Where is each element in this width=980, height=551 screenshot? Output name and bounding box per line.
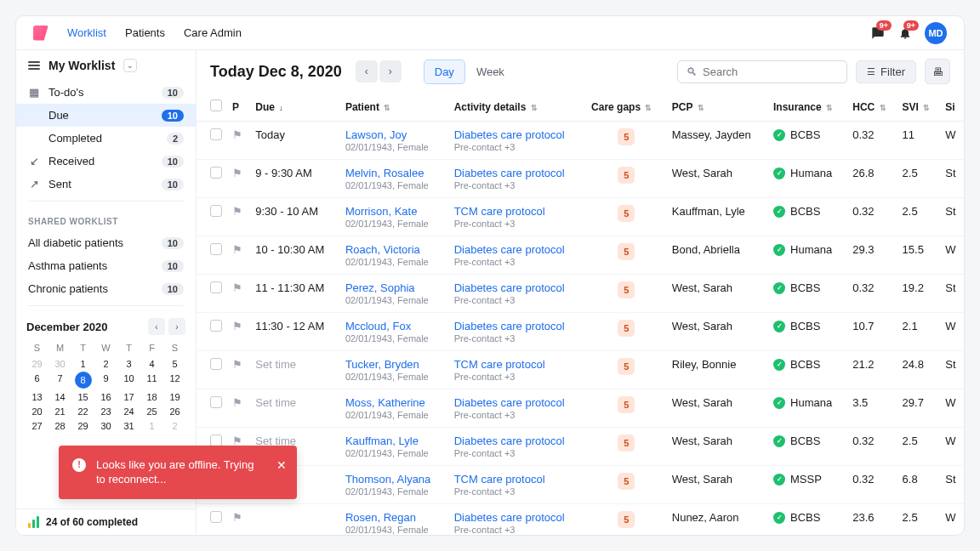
sidebar-item-received[interactable]: ↙Received10 — [16, 150, 196, 173]
calendar-day[interactable]: 23 — [100, 404, 111, 419]
column-header[interactable]: SVI ⇅ — [897, 93, 941, 122]
table-row[interactable]: ⚑ 9 - 9:30 AM Melvin, Rosalee02/01/1943,… — [197, 160, 964, 198]
row-checkbox[interactable] — [210, 320, 222, 332]
flag-icon[interactable]: ⚑ — [232, 205, 242, 218]
calendar-day[interactable]: 10 — [123, 371, 134, 386]
row-checkbox[interactable] — [210, 396, 222, 408]
table-row[interactable]: ⚑ 11 - 11:30 AM Perez, Sophia02/01/1943,… — [197, 275, 964, 313]
activity-link[interactable]: Diabetes care protocol — [454, 511, 581, 524]
nav-item-care-admin[interactable]: Care Admin — [184, 26, 242, 39]
row-checkbox[interactable] — [210, 128, 222, 140]
calendar-day[interactable]: 28 — [54, 418, 65, 434]
column-header[interactable]: Patient ⇅ — [340, 93, 449, 122]
calendar-day[interactable]: 27 — [31, 418, 42, 434]
calendar-day[interactable]: 7 — [57, 371, 62, 386]
sidebar-item-sent[interactable]: ↗Sent10 — [16, 173, 196, 196]
patient-link[interactable]: Thomson, Alyana — [345, 473, 444, 486]
flag-icon[interactable]: ⚑ — [232, 320, 242, 332]
patient-link[interactable]: Perez, Sophia — [345, 281, 444, 294]
flag-icon[interactable]: ⚑ — [232, 511, 242, 524]
column-header[interactable] — [197, 93, 227, 122]
calendar-day[interactable]: 2 — [103, 356, 108, 372]
patient-link[interactable]: Tucker, Bryden — [345, 358, 444, 371]
menu-icon[interactable] — [28, 61, 40, 70]
row-checkbox[interactable] — [210, 435, 222, 446]
table-row[interactable]: ⚑ Thomson, Alyana02/01/1943, Female TCM … — [197, 466, 964, 504]
activity-link[interactable]: Diabetes care protocol — [454, 128, 581, 141]
close-icon[interactable]: ✕ — [276, 457, 287, 474]
calendar-day[interactable]: 17 — [123, 389, 134, 405]
calendar-day[interactable]: 3 — [126, 356, 131, 372]
activity-link[interactable]: TCM care protocol — [454, 205, 581, 218]
calendar-day[interactable]: 9 — [103, 371, 108, 386]
table-row[interactable]: ⚑ 11:30 - 12 AM Mccloud, Fox02/01/1943, … — [197, 313, 964, 351]
calendar-day[interactable]: 30 — [100, 418, 111, 434]
sidebar-shared-item[interactable]: All diabetic patients10 — [16, 231, 196, 254]
activity-link[interactable]: Diabetes care protocol — [454, 320, 581, 332]
calendar-day[interactable]: 1 — [149, 418, 154, 434]
patient-link[interactable]: Rosen, Regan — [345, 511, 444, 524]
table-row[interactable]: ⚑ Today Lawson, Joy02/01/1943, Female Di… — [197, 122, 964, 160]
column-header[interactable]: P — [227, 93, 250, 122]
calendar-day[interactable]: 29 — [31, 356, 42, 372]
patient-link[interactable]: Kauffman, Lyle — [345, 435, 444, 447]
calendar-day[interactable]: 5 — [172, 356, 177, 372]
row-checkbox[interactable] — [210, 358, 222, 370]
row-checkbox[interactable] — [210, 281, 222, 293]
calendar-day[interactable]: 15 — [77, 389, 88, 405]
search-field[interactable] — [703, 65, 846, 78]
activity-link[interactable]: Diabetes care protocol — [454, 396, 581, 409]
flag-icon[interactable]: ⚑ — [232, 243, 242, 256]
chat-icon[interactable]: 9+ — [870, 26, 886, 41]
calendar-day[interactable]: 21 — [54, 404, 65, 419]
sidebar-item-to-do-s[interactable]: ▦To-do's10 — [16, 81, 196, 104]
date-next-button[interactable]: › — [379, 60, 402, 82]
print-button[interactable]: 🖶 — [925, 59, 950, 84]
avatar[interactable]: MD — [925, 22, 947, 44]
calendar-day[interactable]: 4 — [149, 356, 154, 372]
calendar-day[interactable]: 11 — [146, 371, 157, 386]
column-header[interactable]: Activity details ⇅ — [449, 93, 586, 122]
table-row[interactable]: ⚑ Set time Kauffman, Lyle02/01/1943, Fem… — [197, 428, 964, 466]
calendar-day[interactable]: 25 — [146, 404, 157, 419]
calendar-day[interactable]: 24 — [123, 404, 134, 419]
column-header[interactable]: Si — [940, 93, 964, 122]
nav-item-worklist[interactable]: Worklist — [67, 26, 106, 39]
sidebar-item-completed[interactable]: Completed2 — [16, 127, 196, 150]
patient-link[interactable]: Roach, Victoria — [345, 243, 444, 256]
table-row[interactable]: ⚑ Set time Moss, Katherine02/01/1943, Fe… — [197, 389, 964, 428]
row-checkbox[interactable] — [210, 167, 222, 179]
calendar-day[interactable]: 31 — [123, 418, 134, 434]
search-input[interactable]: 🔍︎ — [677, 60, 847, 83]
column-header[interactable]: PCP ⇅ — [667, 93, 768, 122]
flag-icon[interactable]: ⚑ — [232, 281, 242, 294]
activity-link[interactable]: Diabetes care protocol — [454, 435, 581, 447]
flag-icon[interactable]: ⚑ — [232, 167, 242, 179]
flag-icon[interactable]: ⚑ — [232, 358, 242, 371]
patient-link[interactable]: Melvin, Rosalee — [345, 167, 444, 179]
sidebar-shared-item[interactable]: Asthma patients10 — [16, 254, 196, 277]
calendar-next-button[interactable]: › — [168, 318, 185, 335]
calendar-day[interactable]: 1 — [80, 356, 85, 372]
column-header[interactable]: Due ↓ — [250, 93, 340, 122]
table-row[interactable]: ⚑ Set time Tucker, Bryden02/01/1943, Fem… — [197, 351, 964, 389]
sidebar-shared-item[interactable]: Chronic patients10 — [16, 277, 196, 300]
patient-link[interactable]: Morrison, Kate — [345, 205, 444, 218]
activity-link[interactable]: Diabetes care protocol — [454, 243, 581, 256]
table-row[interactable]: ⚑ 9:30 - 10 AM Morrison, Kate02/01/1943,… — [197, 198, 964, 236]
view-week[interactable]: Week — [465, 60, 516, 84]
patient-link[interactable]: Lawson, Joy — [345, 128, 444, 141]
calendar-day[interactable]: 29 — [77, 418, 88, 434]
calendar-day[interactable]: 6 — [34, 371, 39, 386]
calendar-prev-button[interactable]: ‹ — [148, 318, 165, 335]
flag-icon[interactable]: ⚑ — [232, 128, 242, 141]
calendar-day[interactable]: 16 — [100, 389, 111, 405]
table-row[interactable]: ⚑ Rosen, Regan02/01/1943, Female Diabete… — [197, 504, 964, 536]
calendar-day[interactable]: 22 — [77, 404, 88, 419]
calendar-day[interactable]: 13 — [31, 389, 42, 405]
calendar-day[interactable]: 20 — [31, 404, 42, 419]
activity-link[interactable]: TCM care protocol — [454, 358, 581, 371]
calendar-day[interactable]: 12 — [169, 371, 179, 386]
calendar-day[interactable]: 2 — [172, 418, 177, 434]
flag-icon[interactable]: ⚑ — [232, 396, 242, 409]
